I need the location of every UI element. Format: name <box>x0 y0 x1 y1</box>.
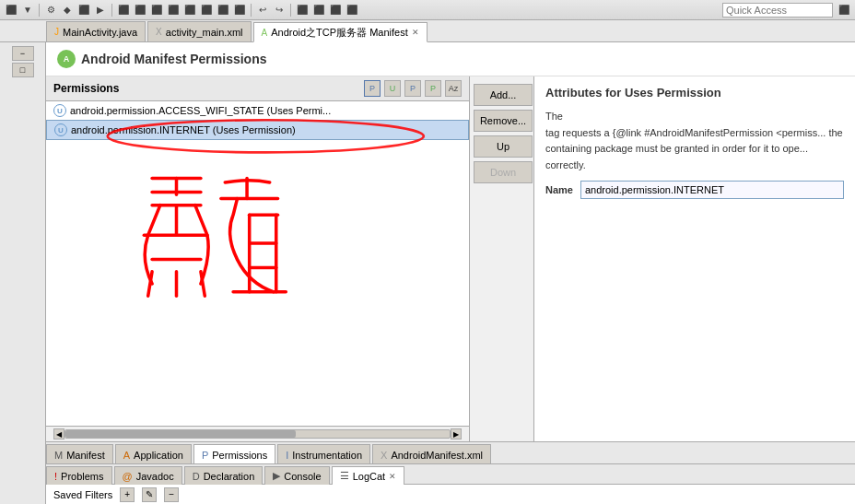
header-icon-u[interactable]: U <box>384 80 401 97</box>
attributes-name-value-text: android.permission.INTERNET <box>585 184 724 195</box>
tab-mainactivity[interactable]: J MainActivity.java <box>46 21 146 41</box>
sidebar-expand-btn[interactable]: □ <box>12 63 34 77</box>
bottom-tab-manifest-icon: M <box>54 450 63 461</box>
header-icon-p1[interactable]: P <box>364 80 381 97</box>
toolbar-icon-1[interactable]: ⬛ <box>4 3 18 18</box>
editor-content: A Android Manifest Permissions Permissio… <box>46 42 855 504</box>
java-file-icon: J <box>54 27 59 37</box>
header-icon-az[interactable]: Az <box>445 80 462 97</box>
toolbar-icon-4[interactable]: ◆ <box>60 3 75 18</box>
main-area: − □ A Android Manifest Permissions <box>0 42 855 504</box>
permission-wifi-label: android.permission.ACCESS_WIFI_STATE (Us… <box>70 105 331 116</box>
permission-item-internet[interactable]: U android.permission.INTERNET (Uses Perm… <box>46 120 469 140</box>
console-tab-javadoc[interactable]: @ Javadoc <box>114 466 182 485</box>
toolbar-icon-6[interactable]: ▶ <box>93 3 108 18</box>
toolbar-icon-8[interactable]: ⬛ <box>133 3 147 18</box>
scroll-left-btn[interactable]: ◀ <box>53 428 64 440</box>
attributes-title: Attributes for Uses Permission <box>545 86 844 100</box>
console-tab-javadoc-label: Javadoc <box>136 471 174 482</box>
add-filter-btn[interactable]: + <box>120 487 135 502</box>
permissions-panel: Permissions P U P P Az U android.permiss… <box>46 76 470 441</box>
editor-body: Permissions P U P P Az U android.permiss… <box>46 76 855 441</box>
tab-manifest-label: Android之TCP服务器 Manifest <box>271 26 408 40</box>
permission-item-wifi[interactable]: U android.permission.ACCESS_WIFI_STATE (… <box>46 101 469 120</box>
console-area: ! Problems @ Javadoc D Declaration ▶ Con… <box>46 463 855 504</box>
bottom-tab-application-icon: A <box>123 450 130 461</box>
toolbar-icon-11[interactable]: ⬛ <box>182 3 197 18</box>
scroll-thumb <box>65 430 296 438</box>
bottom-tab-application[interactable]: A Application <box>115 444 192 463</box>
sidebar-collapse-btn[interactable]: − <box>12 46 34 61</box>
manifest-title: Android Manifest Permissions <box>81 52 266 66</box>
saved-filters-label: Saved Filters <box>53 489 112 500</box>
toolbar-sep-4 <box>290 4 291 17</box>
logcat-icon: ☰ <box>340 470 349 482</box>
toolbar-icon-10[interactable]: ⬛ <box>166 3 181 18</box>
attributes-name-row: Name android.permission.INTERNET <box>545 181 844 199</box>
console-tab-problems[interactable]: ! Problems <box>46 466 112 485</box>
tab-mainactivity-label: MainActivity.java <box>63 27 137 38</box>
bottom-tab-xml[interactable]: X AndroidManifest.xml <box>372 444 491 463</box>
toolbar-icon-15[interactable]: ↩ <box>255 3 270 18</box>
header-icon-p2[interactable]: P <box>404 80 421 97</box>
bottom-tab-xml-icon: X <box>381 450 387 461</box>
delete-filter-btn[interactable]: − <box>164 487 179 502</box>
console-tab-console[interactable]: ▶ Console <box>264 466 329 485</box>
tab-activity-xml[interactable]: X activity_main.xml <box>147 21 251 41</box>
toolbar-icon-7[interactable]: ⬛ <box>116 3 131 18</box>
toolbar-icon-14[interactable]: ⬛ <box>232 3 247 18</box>
quick-access-input[interactable] <box>722 3 833 18</box>
permission-internet-icon: U <box>54 123 67 136</box>
toolbar-icon-18[interactable]: ⬛ <box>311 3 326 18</box>
toolbar-sep-3 <box>251 4 252 17</box>
toolbar-icon-2[interactable]: ▼ <box>20 3 35 18</box>
scroll-track <box>64 429 451 439</box>
tab-manifest-close[interactable]: ✕ <box>412 28 419 37</box>
toolbar-icon-20[interactable]: ⬛ <box>345 3 359 18</box>
header-icon-p3[interactable]: P <box>425 80 441 97</box>
bottom-tab-instrumentation-label: Instrumentation <box>292 450 362 461</box>
toolbar-icon-16[interactable]: ↪ <box>272 3 287 18</box>
console-tab-console-label: Console <box>284 471 321 482</box>
bottom-tab-permissions-icon: P <box>202 450 208 461</box>
down-button[interactable]: Down <box>474 161 533 183</box>
toolbar-icon-19[interactable]: ⬛ <box>328 3 343 18</box>
toolbar-icon-13[interactable]: ⬛ <box>216 3 230 18</box>
scroll-area: ◀ ▶ <box>46 426 469 441</box>
bottom-tab-xml-label: AndroidManifest.xml <box>391 450 483 461</box>
attributes-panel: Attributes for Uses Permission The tag r… <box>534 76 855 441</box>
problems-icon: ! <box>54 471 57 482</box>
console-tab-logcat[interactable]: ☰ LogCat ✕ <box>332 466 404 485</box>
toolbar-sep-1 <box>39 4 40 17</box>
quick-access-search-icon[interactable]: ⬛ <box>837 3 851 18</box>
tab-manifest[interactable]: A Android之TCP服务器 Manifest ✕ <box>253 22 428 42</box>
toolbar-icon-12[interactable]: ⬛ <box>199 3 214 18</box>
sidebar: − □ <box>0 42 46 504</box>
permissions-list: U android.permission.ACCESS_WIFI_STATE (… <box>46 101 469 426</box>
bottom-tab-permissions-label: Permissions <box>212 450 267 461</box>
console-tab-declaration-label: Declaration <box>204 471 255 482</box>
bottom-tab-application-label: Application <box>134 450 183 461</box>
toolbar-icon-17[interactable]: ⬛ <box>295 3 310 18</box>
console-tab-declaration[interactable]: D Declaration <box>184 466 264 485</box>
toolbar-sep-2 <box>111 4 112 17</box>
scroll-right-btn[interactable]: ▶ <box>451 428 462 440</box>
add-button[interactable]: Add... <box>474 84 533 106</box>
android-logo-icon: A <box>57 50 76 68</box>
editor-container: J MainActivity.java X activity_main.xml … <box>0 20 855 504</box>
up-button[interactable]: Up <box>474 135 533 158</box>
bottom-tab-permissions[interactable]: P Permissions <box>193 444 275 463</box>
edit-filter-btn[interactable]: ✎ <box>142 487 157 502</box>
attr-the-text: The <box>545 111 563 122</box>
permission-wifi-icon: U <box>53 104 66 117</box>
toolbar-icon-5[interactable]: ⬛ <box>76 3 91 18</box>
toolbar-icon-3[interactable]: ⚙ <box>43 3 58 18</box>
toolbar-icon-9[interactable]: ⬛ <box>149 3 164 18</box>
logcat-close-icon[interactable]: ✕ <box>389 472 396 481</box>
bottom-tab-instrumentation[interactable]: I Instrumentation <box>277 444 370 463</box>
bottom-tab-manifest[interactable]: M Manifest <box>46 444 113 463</box>
manifest-header: A Android Manifest Permissions <box>46 42 855 76</box>
remove-button[interactable]: Remove... <box>474 110 533 132</box>
bottom-tab-manifest-label: Manifest <box>66 450 105 461</box>
console-icon: ▶ <box>273 470 280 482</box>
